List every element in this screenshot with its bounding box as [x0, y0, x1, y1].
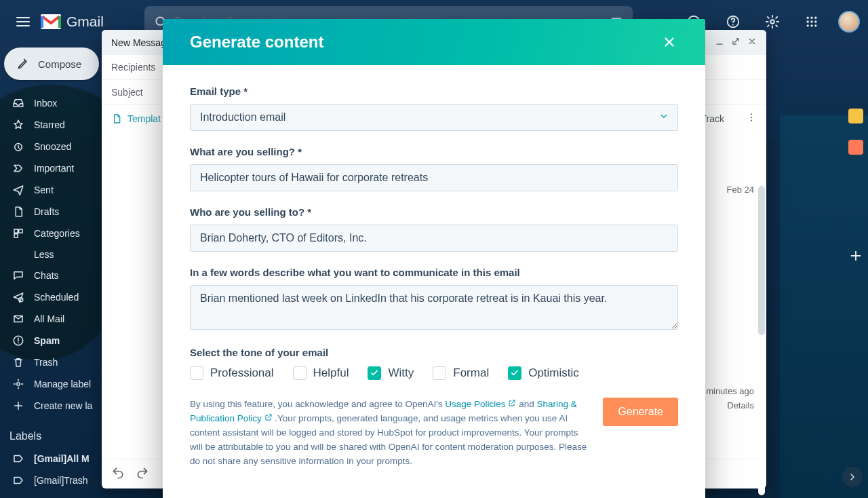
modal-title: Generate content [190, 33, 323, 52]
nav-label: Categories [34, 228, 80, 239]
modal-close-button[interactable] [660, 33, 678, 51]
nav-important[interactable]: Important [4, 157, 106, 179]
inbox-icon [12, 97, 24, 109]
tone-optimistic[interactable]: Optimistic [508, 366, 579, 380]
describe-input[interactable] [190, 285, 678, 330]
nav-less[interactable]: Less [4, 244, 106, 265]
svg-point-11 [814, 20, 816, 22]
selling-input[interactable] [190, 164, 678, 191]
legal-row: By using this feature, you acknowledge a… [190, 398, 678, 469]
gmail-logo[interactable]: Gmail [41, 14, 104, 30]
nav-snoozed[interactable]: Snoozed [4, 136, 106, 157]
more-icon[interactable] [746, 112, 757, 125]
svg-point-14 [814, 24, 816, 26]
checkbox-icon [508, 366, 521, 380]
tone-professional[interactable]: Professional [190, 366, 274, 380]
label-item-1[interactable]: [Gmail]All M [4, 448, 106, 470]
tone-text: Professional [210, 366, 274, 380]
gmail-m-icon [41, 14, 61, 29]
caret-down-icon [659, 112, 669, 123]
undo-button[interactable] [111, 466, 125, 482]
legal-and: and [519, 399, 536, 409]
sent-icon [12, 184, 24, 196]
tone-options: Professional Helpful Witty Formal Optimi… [190, 366, 678, 380]
nav-allmail[interactable]: All Mail [4, 308, 106, 330]
close-icon[interactable] [747, 37, 757, 48]
plus-icon [12, 400, 24, 412]
compose-window-controls [715, 37, 757, 48]
nav-create-label[interactable]: Create new la [4, 395, 106, 417]
nav-label: [Gmail]Trash [34, 475, 88, 486]
clock-icon [12, 140, 24, 153]
side-add[interactable] [848, 248, 863, 266]
nav-label: Drafts [34, 206, 59, 217]
nav-inbox[interactable]: Inbox [4, 92, 106, 114]
side-app-keep[interactable] [848, 109, 863, 123]
label-item-2[interactable]: [Gmail]Trash [4, 470, 106, 491]
details-link[interactable]: Details [700, 400, 754, 410]
svg-point-5 [770, 20, 774, 24]
svg-point-4 [732, 24, 734, 26]
nav-trash[interactable]: Trash [4, 351, 106, 373]
allmail-icon [12, 313, 24, 325]
tone-field: Select the tone of your email Profession… [190, 347, 678, 380]
nav-chats[interactable]: Chats [4, 265, 106, 286]
date-badge: Feb 24 [700, 185, 754, 195]
recipients-label: Recipients [111, 62, 155, 73]
collapse-side-panel[interactable] [842, 467, 863, 487]
selling-to-input[interactable] [190, 225, 678, 252]
menu-button[interactable] [8, 7, 38, 37]
svg-point-9 [807, 20, 809, 22]
categories-icon [12, 227, 24, 240]
compose-scrollbar-thumb[interactable] [758, 186, 765, 335]
compose-label: Compose [38, 58, 81, 70]
avatar[interactable] [838, 11, 860, 33]
templates-label: Templat [127, 113, 161, 124]
nav-label: [Gmail]All M [34, 453, 90, 464]
chat-icon [12, 269, 24, 282]
tone-formal[interactable]: Formal [433, 366, 489, 380]
external-link-icon [508, 398, 516, 412]
nav-label: Snoozed [34, 141, 71, 152]
email-type-select[interactable]: Introduction email [190, 104, 678, 131]
apps-icon[interactable] [799, 9, 825, 35]
modal-header: Generate content [163, 19, 705, 65]
nav-drafts[interactable]: Drafts [4, 201, 106, 223]
tone-text: Helpful [313, 366, 349, 380]
svg-point-20 [751, 113, 752, 115]
templates-icon [111, 113, 122, 124]
compose-button[interactable]: Compose [4, 47, 99, 80]
label-icon [12, 453, 24, 465]
minimize-icon[interactable] [715, 37, 724, 48]
nav-starred[interactable]: Starred [4, 114, 106, 136]
tone-helpful[interactable]: Helpful [293, 366, 349, 380]
nav-spam[interactable]: Spam [4, 330, 106, 351]
selling-to-field: Who are you selling to? * [190, 206, 678, 252]
redo-button[interactable] [136, 466, 149, 482]
compose-meta: Feb 24 minutes ago Details [700, 185, 754, 410]
nav-sent[interactable]: Sent [4, 179, 106, 201]
scheduled-icon [12, 291, 24, 303]
trash-icon [12, 356, 24, 368]
side-panel [844, 109, 868, 266]
svg-point-18 [17, 383, 20, 386]
labels-heading: Labels [9, 430, 106, 442]
tone-label: Select the tone of your email [190, 347, 678, 358]
nav-scheduled[interactable]: Scheduled [4, 286, 106, 308]
checkbox-icon [190, 366, 203, 380]
nav-label: Sent [34, 185, 54, 195]
nav-categories[interactable]: Categories [4, 223, 106, 244]
draft-icon [12, 206, 24, 218]
legal-text: By using this feature, you acknowledge a… [190, 398, 589, 469]
templates-button[interactable]: Templat [111, 113, 161, 124]
selling-label: What are you selling? * [190, 146, 678, 157]
tone-witty[interactable]: Witty [368, 366, 414, 380]
popout-icon[interactable] [731, 37, 741, 48]
nav-label: Trash [34, 357, 58, 368]
email-type-value: Introduction email [190, 104, 678, 131]
usage-policies-link[interactable]: Usage Policies [445, 399, 516, 409]
nav-label: Create new la [34, 400, 92, 411]
side-app-hubspot[interactable] [848, 140, 863, 155]
generate-button[interactable]: Generate [603, 398, 678, 426]
nav-manage-labels[interactable]: Manage label [4, 373, 106, 395]
